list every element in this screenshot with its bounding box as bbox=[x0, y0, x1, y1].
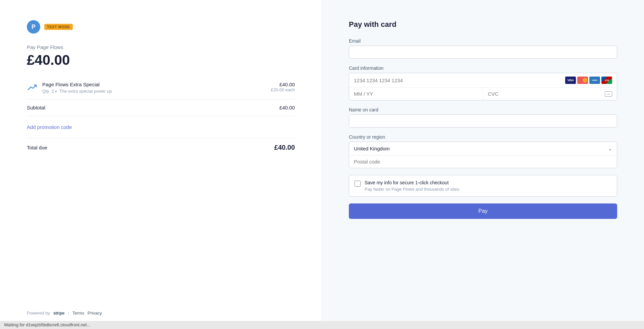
chevron-down-icon: ⌄ bbox=[608, 145, 612, 152]
qty-selector[interactable]: 2 ▾ bbox=[51, 89, 58, 94]
divider-1 bbox=[27, 99, 295, 99]
country-select[interactable]: United Kingdom United States Canada Aust… bbox=[354, 146, 608, 151]
save-title: Save my info for secure 1-click checkout bbox=[365, 180, 460, 185]
save-info-text: Save my info for secure 1-click checkout… bbox=[365, 180, 460, 192]
subtotal-value: £40.00 bbox=[279, 105, 295, 110]
name-group: Name on card bbox=[349, 107, 617, 128]
total-row: Total due £40.00 bbox=[27, 144, 295, 151]
card-icons: VISA AMEX JCB bbox=[565, 77, 612, 84]
line-item: Page Flows Extra Special Qty 2 ▾ The ext… bbox=[27, 82, 295, 94]
trend-icon bbox=[27, 82, 38, 93]
country-label: Country or region bbox=[349, 134, 617, 140]
line-item-meta: Qty 2 ▾ The extra special power up bbox=[42, 89, 112, 94]
left-panel: P TEST MODE Pay Page Flows £40.00 Page F… bbox=[0, 0, 322, 329]
footer: Powered by stripe | Terms Privacy bbox=[27, 311, 295, 316]
privacy-link[interactable]: Privacy bbox=[88, 311, 102, 316]
card-info-wrapper: VISA AMEX JCB bbox=[349, 73, 617, 100]
test-mode-badge: TEST MODE bbox=[44, 24, 73, 30]
country-wrapper: United Kingdom United States Canada Aust… bbox=[349, 142, 617, 168]
card-cvc-input[interactable] bbox=[488, 91, 605, 97]
brand-logo: P bbox=[27, 20, 40, 34]
status-bar: Waiting for d1wqzb5bdbcre6.cloudfront.ne… bbox=[0, 321, 644, 329]
footer-separator: | bbox=[68, 311, 69, 316]
email-label: Email bbox=[349, 38, 617, 44]
pay-title: Pay with card bbox=[349, 20, 617, 29]
visa-icon: VISA bbox=[565, 77, 576, 84]
card-info-group: Card information VISA AMEX JCB bbox=[349, 65, 617, 100]
name-input[interactable] bbox=[349, 114, 617, 128]
right-panel: Pay with card Email Card information VIS… bbox=[322, 0, 644, 329]
name-label: Name on card bbox=[349, 107, 617, 112]
amount-display: £40.00 bbox=[27, 52, 295, 68]
postal-code-input[interactable] bbox=[349, 155, 617, 168]
card-number-row: VISA AMEX JCB bbox=[349, 73, 617, 88]
pay-button[interactable]: Pay bbox=[349, 203, 617, 219]
divider-3 bbox=[27, 138, 295, 138]
subtotal-row: Subtotal £40.00 bbox=[27, 105, 295, 110]
card-number-input[interactable] bbox=[354, 78, 562, 83]
card-expiry-cvc-row bbox=[349, 88, 617, 100]
divider-2 bbox=[27, 116, 295, 116]
mastercard-icon bbox=[577, 77, 588, 84]
card-info-label: Card information bbox=[349, 65, 617, 71]
save-info-checkbox[interactable] bbox=[355, 181, 361, 187]
email-input[interactable] bbox=[349, 46, 617, 59]
amex-icon: AMEX bbox=[589, 77, 600, 84]
subtotal-label: Subtotal bbox=[27, 105, 45, 110]
card-expiry-input[interactable] bbox=[349, 88, 483, 100]
country-group: Country or region United Kingdom United … bbox=[349, 134, 617, 168]
merchant-name: Pay Page Flows bbox=[27, 44, 295, 50]
line-item-unit: £20.00 each bbox=[271, 87, 295, 92]
total-label: Total due bbox=[27, 145, 47, 150]
line-item-name: Page Flows Extra Special bbox=[42, 82, 112, 87]
email-group: Email bbox=[349, 38, 617, 59]
line-item-price: £40.00 bbox=[271, 82, 295, 87]
brand-row: P TEST MODE bbox=[27, 20, 295, 34]
card-cvc-row bbox=[483, 88, 617, 100]
save-sub: Pay faster on Page Flows and thousands o… bbox=[365, 187, 460, 192]
save-info-box: Save my info for secure 1-click checkout… bbox=[349, 175, 617, 197]
cvc-icon bbox=[605, 91, 612, 97]
add-promotion-link[interactable]: Add promotion code bbox=[27, 124, 72, 130]
total-value: £40.00 bbox=[274, 144, 295, 151]
powered-by-label: Powered by bbox=[27, 311, 50, 316]
jcb-icon: JCB bbox=[601, 77, 612, 84]
country-select-row: United Kingdom United States Canada Aust… bbox=[349, 142, 617, 155]
terms-link[interactable]: Terms bbox=[72, 311, 84, 316]
stripe-label: stripe bbox=[53, 311, 65, 316]
